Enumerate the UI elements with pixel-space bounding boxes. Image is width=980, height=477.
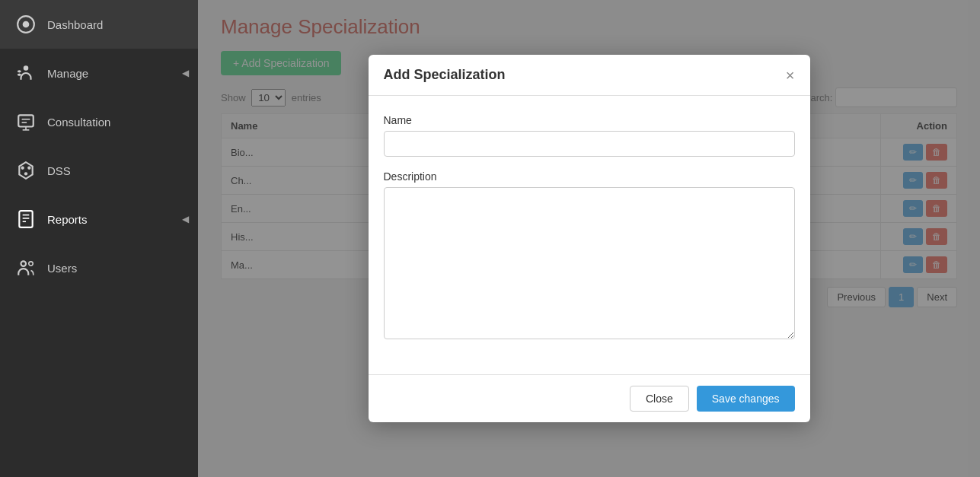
svg-point-17	[21, 261, 27, 266]
svg-rect-13	[19, 211, 32, 227]
save-changes-button[interactable]: Save changes	[697, 386, 795, 412]
manage-collapse-icon: ◀	[182, 68, 189, 78]
svg-point-12	[24, 172, 27, 175]
sidebar-item-dashboard-label: Dashboard	[47, 18, 103, 31]
sidebar: Dashboard Manage ◀ Consultation	[0, 0, 198, 477]
reports-collapse-icon: ◀	[182, 214, 189, 224]
description-textarea[interactable]	[384, 187, 795, 339]
dss-icon	[15, 160, 37, 181]
name-form-group: Name	[384, 114, 795, 157]
sidebar-item-consultation-label: Consultation	[47, 116, 110, 129]
svg-point-11	[27, 167, 30, 170]
sidebar-item-consultation[interactable]: Consultation	[0, 97, 198, 146]
sidebar-item-manage[interactable]: Manage ◀	[0, 49, 198, 97]
modal-title: Add Specialization	[384, 67, 506, 83]
manage-icon	[15, 62, 37, 84]
sidebar-item-reports-label: Reports	[47, 213, 88, 226]
sidebar-item-manage-label: Manage	[47, 67, 88, 80]
modal-header: Add Specialization ×	[369, 55, 810, 96]
reports-icon	[15, 208, 37, 230]
sidebar-item-dashboard[interactable]: Dashboard	[0, 0, 198, 49]
sidebar-item-users[interactable]: Users	[0, 243, 198, 292]
close-button[interactable]: Close	[630, 386, 689, 412]
users-icon	[15, 257, 37, 278]
svg-point-3	[18, 70, 21, 72]
sidebar-item-users-label: Users	[47, 262, 77, 275]
description-form-group: Description	[384, 170, 795, 342]
main-content: Manage Specialization + Add Specializati…	[198, 0, 980, 477]
name-label: Name	[384, 114, 795, 126]
modal-dialog: Add Specialization × Name Description Cl…	[369, 55, 810, 422]
modal-footer: Close Save changes	[369, 374, 810, 422]
svg-point-1	[23, 21, 30, 28]
description-label: Description	[384, 170, 795, 183]
svg-point-2	[24, 65, 29, 71]
sidebar-item-dss-label: DSS	[47, 164, 71, 177]
name-input[interactable]	[384, 131, 795, 157]
dashboard-icon	[15, 14, 37, 35]
svg-point-10	[21, 167, 24, 170]
svg-point-18	[29, 262, 33, 266]
sidebar-item-dss[interactable]: DSS	[0, 146, 198, 195]
modal-body: Name Description	[369, 96, 810, 374]
consultation-icon	[15, 111, 37, 132]
sidebar-item-reports[interactable]: Reports ◀	[0, 195, 198, 243]
modal-overlay: Add Specialization × Name Description Cl…	[198, 0, 980, 477]
svg-rect-5	[18, 115, 34, 126]
modal-close-button[interactable]: ×	[786, 68, 795, 83]
svg-point-4	[18, 74, 21, 76]
